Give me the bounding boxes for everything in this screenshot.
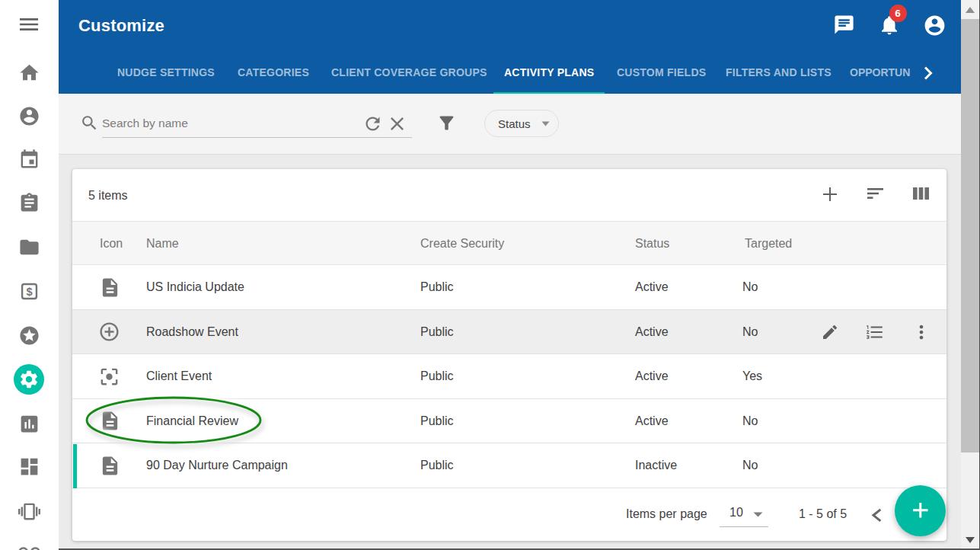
svg-text:$: $ <box>26 286 32 298</box>
